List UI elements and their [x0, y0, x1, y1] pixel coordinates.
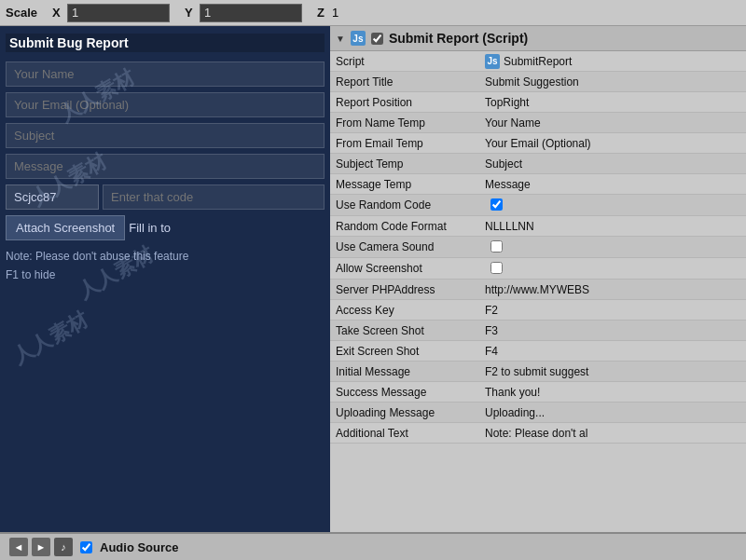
prop-text-value: Submit Suggestion: [479, 74, 746, 90]
prop-row: Exit Screen ShotF4: [330, 341, 746, 362]
message-field[interactable]: [6, 154, 325, 179]
audio-icon: ♪: [54, 538, 73, 556]
prop-row: Access KeyF2: [330, 300, 746, 321]
prop-text-value: Thank you!: [479, 384, 746, 401]
script-enabled-checkbox[interactable]: [371, 33, 383, 45]
prop-text-value: Your Email (Optional): [479, 135, 746, 152]
properties-list: ScriptJsSubmitReportReport TitleSubmit S…: [330, 51, 746, 532]
prop-row: Report PositionTopRight: [330, 92, 746, 113]
prop-row: Initial MessageF2 to submit suggest: [330, 362, 746, 382]
scale-label: Scale: [6, 6, 37, 20]
audio-source-checkbox[interactable]: [80, 541, 92, 553]
prop-row: Additional TextNote: Please don't al: [330, 423, 746, 444]
prop-label: From Name Temp: [330, 115, 479, 131]
prop-label: Success Message: [330, 384, 479, 401]
prop-label: From Email Temp: [330, 135, 479, 152]
captcha-input[interactable]: [103, 184, 325, 210]
prop-label: Script: [330, 53, 479, 70]
prop-row: Use Random Code: [330, 195, 746, 216]
nav-back-icon[interactable]: ◄: [9, 538, 28, 556]
attach-screenshot-button[interactable]: Attach Screenshot: [6, 215, 125, 240]
bottom-bar: ◄ ► ♪ Audio Source: [0, 532, 746, 560]
prop-label: Access Key: [330, 302, 479, 319]
z-axis-label: Z: [317, 6, 328, 20]
collapse-arrow-icon[interactable]: ▼: [336, 34, 345, 44]
use-random-code-checkbox[interactable]: [490, 198, 503, 211]
prop-label: Random Code Format: [330, 218, 479, 235]
captcha-code-display: Scjcc87: [6, 184, 99, 210]
prop-label: Initial Message: [330, 363, 479, 380]
prop-label: Server PHPAddress: [330, 281, 479, 298]
prop-text-value: Message: [479, 176, 746, 193]
prop-text-value: F2: [479, 302, 746, 319]
prop-text-value: Your Name: [479, 115, 746, 131]
prop-label: Uploading Message: [330, 404, 479, 421]
allow-screenshot-checkbox[interactable]: [490, 262, 503, 274]
prop-checkbox-checked[interactable]: [479, 195, 746, 215]
prop-text-value: NLLLLNN: [479, 218, 746, 235]
scale-y-input[interactable]: [200, 4, 302, 22]
prop-row: Message TempMessage: [330, 174, 746, 195]
prop-row: Subject TempSubject: [330, 154, 746, 174]
prop-row: ScriptJsSubmitReport: [330, 51, 746, 72]
prop-row: Take Screen ShotF3: [330, 321, 746, 341]
prop-text-value: Note: Please don't al: [479, 425, 746, 442]
x-axis-label: X: [52, 6, 63, 20]
subject-field[interactable]: [6, 123, 325, 148]
prop-row: From Email TempYour Email (Optional): [330, 133, 746, 154]
prop-checkbox-empty[interactable]: [479, 237, 746, 257]
js-icon: Js: [351, 31, 366, 46]
scale-x-input[interactable]: [67, 4, 170, 22]
note-text: Note: Please don't abuse this feature: [6, 250, 325, 263]
script-header: ▼ Js Submit Report (Script): [330, 26, 746, 51]
hint-text: F1 to hide: [6, 268, 325, 281]
y-axis-label: Y: [185, 6, 196, 20]
prop-row: Use Camera Sound: [330, 237, 746, 258]
prop-text-value: http://www.MYWEBS: [479, 281, 746, 298]
prop-text-value: F4: [479, 343, 746, 360]
prop-row: From Name TempYour Name: [330, 113, 746, 133]
prop-label: Take Screen Shot: [330, 322, 479, 339]
prop-checkbox-empty[interactable]: [479, 258, 746, 279]
prop-text-value: TopRight: [479, 94, 746, 111]
scale-y-group: Y: [185, 4, 302, 22]
prop-script-value: JsSubmitReport: [479, 52, 746, 71]
main-area: Submit Bug Report Scjcc87 Attach Screens…: [0, 26, 746, 532]
scale-z-group: Z 1: [317, 6, 338, 20]
screenshot-row: Attach Screenshot Fill in to: [6, 215, 325, 240]
prop-row: Server PHPAddresshttp://www.MYWEBS: [330, 280, 746, 300]
prop-row: Random Code FormatNLLLLNN: [330, 216, 746, 237]
right-panel: ▼ Js Submit Report (Script) ScriptJsSubm…: [330, 26, 746, 532]
prop-row: Allow Screenshot: [330, 258, 746, 280]
prop-label: Subject Temp: [330, 156, 479, 172]
scale-z-value: 1: [332, 6, 338, 20]
prop-row: Success MessageThank you!: [330, 382, 746, 403]
your-name-field[interactable]: [6, 61, 325, 87]
prop-label: Use Camera Sound: [330, 239, 479, 255]
use-camera-sound-checkbox[interactable]: [490, 240, 503, 253]
scale-bar: Scale X Y Z 1: [0, 0, 746, 26]
script-title: Submit Report (Script): [389, 31, 528, 46]
prop-text-value: Uploading...: [479, 404, 746, 421]
bottom-icon-group: ◄ ► ♪: [9, 538, 73, 556]
audio-source-label: Audio Source: [100, 540, 179, 554]
prop-label: Message Temp: [330, 176, 479, 193]
prop-row: Uploading MessageUploading...: [330, 403, 746, 423]
fill-in-text: Fill in to: [129, 221, 171, 235]
prop-text-value: F2 to submit suggest: [479, 363, 746, 380]
prop-row: Report TitleSubmit Suggestion: [330, 72, 746, 92]
prop-label: Exit Screen Shot: [330, 343, 479, 360]
prop-label: Use Random Code: [330, 197, 479, 213]
nav-forward-icon[interactable]: ►: [32, 538, 50, 556]
prop-text-value: Subject: [479, 156, 746, 172]
prop-label: Additional Text: [330, 425, 479, 442]
prop-label: Report Position: [330, 94, 479, 111]
panel-title: Submit Bug Report: [6, 34, 325, 52]
left-panel: Submit Bug Report Scjcc87 Attach Screens…: [0, 26, 330, 532]
prop-label: Report Title: [330, 74, 479, 90]
watermark-4: 人人素材: [7, 306, 92, 371]
scale-x-group: X: [52, 4, 170, 22]
prop-text-value: F3: [479, 322, 746, 339]
your-email-field[interactable]: [6, 92, 325, 117]
captcha-row: Scjcc87: [6, 184, 325, 210]
